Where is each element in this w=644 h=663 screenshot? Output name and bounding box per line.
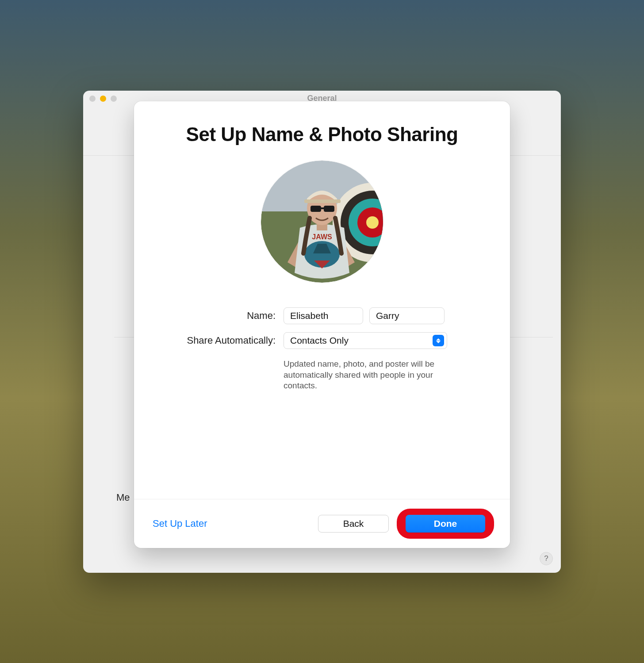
name-photo-sharing-sheet: Set Up Name & Photo Sharing bbox=[134, 101, 510, 548]
svg-text:JAWS: JAWS bbox=[312, 233, 332, 241]
avatar-icon: JAWS bbox=[261, 161, 383, 283]
preferences-window: General Me ? Set Up Name & Photo Sharing bbox=[83, 91, 561, 573]
done-button[interactable]: Done bbox=[406, 515, 485, 533]
svg-rect-12 bbox=[304, 199, 341, 203]
row-name: Name: bbox=[161, 307, 483, 324]
sheet-body: Set Up Name & Photo Sharing bbox=[134, 101, 510, 499]
first-name-input[interactable] bbox=[284, 307, 363, 324]
done-button-callout: Done bbox=[397, 509, 494, 539]
modal-overlay: Set Up Name & Photo Sharing bbox=[83, 91, 561, 573]
svg-rect-13 bbox=[310, 206, 321, 212]
sheet-footer: Set Up Later Back Done bbox=[134, 499, 510, 548]
label-share: Share Automatically: bbox=[161, 332, 276, 346]
profile-photo[interactable]: JAWS bbox=[261, 161, 383, 283]
svg-rect-14 bbox=[324, 206, 334, 212]
label-name: Name: bbox=[161, 307, 276, 322]
row-share: Share Automatically: Contacts Only Updat… bbox=[161, 332, 483, 391]
share-select-value: Contacts Only bbox=[290, 335, 349, 346]
last-name-input[interactable] bbox=[369, 307, 445, 324]
sheet-title: Set Up Name & Photo Sharing bbox=[186, 123, 458, 146]
share-automatically-select[interactable]: Contacts Only bbox=[284, 332, 447, 349]
back-button[interactable]: Back bbox=[318, 515, 389, 533]
form: Name: Share Automatically: Contacts Only bbox=[161, 307, 483, 399]
chevron-up-down-icon bbox=[433, 335, 444, 346]
svg-rect-15 bbox=[320, 207, 325, 209]
share-hint-text: Updated name, photo, and poster will be … bbox=[284, 359, 447, 391]
svg-point-7 bbox=[366, 216, 379, 229]
set-up-later-link[interactable]: Set Up Later bbox=[150, 517, 210, 530]
